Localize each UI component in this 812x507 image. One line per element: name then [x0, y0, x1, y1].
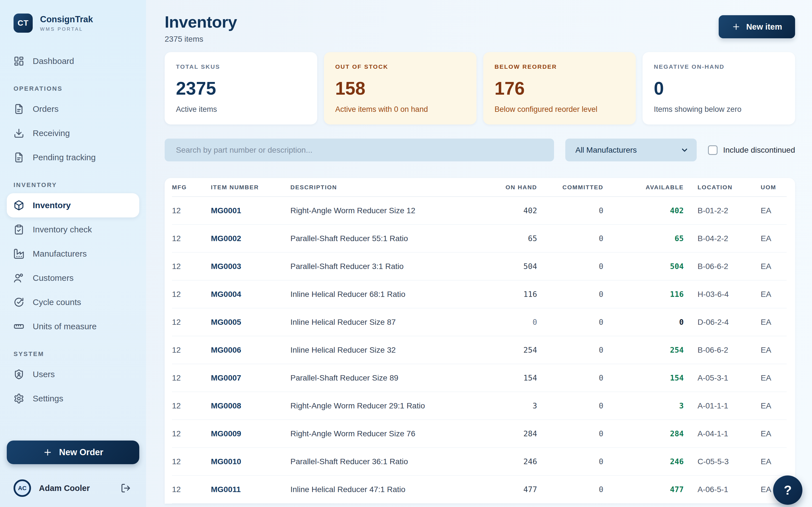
stat-description: Active items with 0 on hand	[335, 105, 465, 114]
stat-card-total-skus: TOTAL SKUS 2375 Active items	[165, 52, 317, 124]
sidebar-item-users[interactable]: Users	[0, 362, 146, 386]
stat-value: 2375	[176, 78, 306, 99]
cell-location: B-06-6-2	[684, 336, 761, 364]
stat-card-negative-on-hand: NEGATIVE ON-HAND 0 Items showing below z…	[643, 52, 795, 124]
cell-mfg: 12	[172, 308, 211, 336]
cell-location: D-06-2-4	[684, 308, 761, 336]
item-number-link[interactable]: MG0011	[211, 475, 290, 503]
item-number-link[interactable]: MG0004	[211, 280, 290, 308]
users-icon	[13, 273, 24, 283]
include-discontinued-checkbox[interactable]	[708, 145, 718, 155]
new-order-button[interactable]: New Order	[7, 441, 139, 464]
cell-location: H-03-6-4	[684, 280, 761, 308]
logout-icon	[121, 483, 131, 493]
sidebar-item-manufacturers[interactable]: Manufacturers	[0, 242, 146, 266]
shield-user-icon	[13, 369, 24, 380]
cell-mfg: 12	[172, 252, 211, 280]
cell-uom: EA	[761, 420, 786, 448]
table-row[interactable]: 12 MG0001 Right-Angle Worm Reducer Size …	[172, 196, 786, 224]
sidebar-item-inventory-check[interactable]: Inventory check	[0, 217, 146, 242]
refresh-check-icon	[13, 297, 24, 307]
cell-on-hand: 246	[432, 448, 537, 475]
stat-cards: TOTAL SKUS 2375 Active items OUT OF STOC…	[165, 52, 795, 124]
table-row[interactable]: 12 MG0002 Parallel-Shaft Reducer 55:1 Ra…	[172, 224, 786, 252]
page-header: Inventory 2375 items New item	[165, 12, 795, 44]
plus-icon	[732, 22, 741, 31]
sidebar-item-orders[interactable]: Orders	[0, 97, 146, 121]
app-subtitle: WMS PORTAL	[40, 26, 93, 32]
app-logo: CT	[13, 13, 33, 33]
table-row[interactable]: 12 MG0011 Inline Helical Reducer 47:1 Ra…	[172, 475, 786, 503]
col-on-hand: ON HAND	[432, 178, 537, 196]
cell-available: 0	[603, 308, 684, 336]
help-button[interactable]: ?	[773, 475, 802, 505]
col-available: AVAILABLE	[603, 178, 684, 196]
cell-committed: 0	[537, 280, 603, 308]
sidebar-item-label: Units of measure	[33, 322, 97, 331]
inventory-table: MFG ITEM NUMBER DESCRIPTION ON HAND COMM…	[172, 178, 786, 504]
table-row[interactable]: 12 MG0003 Parallel-Shaft Reducer 3:1 Rat…	[172, 252, 786, 280]
table-row[interactable]: 12 MG0005 Inline Helical Reducer Size 87…	[172, 308, 786, 336]
sidebar-item-settings[interactable]: Settings	[0, 386, 146, 411]
sidebar-item-receiving[interactable]: Receiving	[0, 121, 146, 145]
item-number-link[interactable]: MG0003	[211, 252, 290, 280]
file-text-icon	[13, 104, 24, 114]
item-number-link[interactable]: MG0005	[211, 308, 290, 336]
item-number-link[interactable]: MG0006	[211, 336, 290, 364]
sidebar-item-inventory[interactable]: Inventory	[7, 193, 139, 217]
stat-label: OUT OF STOCK	[335, 63, 465, 70]
item-number-link[interactable]: MG0007	[211, 364, 290, 392]
search-input[interactable]	[165, 138, 554, 161]
cell-available: 284	[603, 420, 684, 448]
cell-uom: EA	[761, 280, 786, 308]
include-discontinued-label[interactable]: Include discontinued	[723, 146, 795, 155]
cell-committed: 0	[537, 420, 603, 448]
table-row[interactable]: 12 MG0007 Parallel-Shaft Reducer Size 89…	[172, 364, 786, 392]
sidebar: CT ConsignTrak WMS PORTAL Dashboard OPER…	[0, 0, 146, 507]
cell-on-hand: 254	[432, 336, 537, 364]
cell-description: Right-Angle Worm Reducer Size 76	[290, 420, 432, 448]
item-number-link[interactable]: MG0010	[211, 448, 290, 475]
brand: CT ConsignTrak WMS PORTAL	[0, 0, 146, 33]
item-number-link[interactable]: MG0002	[211, 224, 290, 252]
sidebar-item-units-of-measure[interactable]: Units of measure	[0, 314, 146, 339]
table-row[interactable]: 12 MG0004 Inline Helical Reducer 68:1 Ra…	[172, 280, 786, 308]
stat-value: 158	[335, 78, 465, 99]
table-row[interactable]: 12 MG0009 Right-Angle Worm Reducer Size …	[172, 420, 786, 448]
cell-mfg: 12	[172, 196, 211, 224]
cell-description: Parallel-Shaft Reducer 36:1 Ratio	[290, 448, 432, 475]
cell-description: Inline Helical Reducer 68:1 Ratio	[290, 280, 432, 308]
table-row[interactable]: 12 MG0006 Inline Helical Reducer Size 32…	[172, 336, 786, 364]
inventory-table-card: MFG ITEM NUMBER DESCRIPTION ON HAND COMM…	[165, 178, 795, 504]
table-row[interactable]: 12 MG0008 Right-Angle Worm Reducer 29:1 …	[172, 392, 786, 420]
cell-committed: 0	[537, 336, 603, 364]
cell-mfg: 12	[172, 420, 211, 448]
cell-description: Right-Angle Worm Reducer 29:1 Ratio	[290, 392, 432, 420]
col-description: DESCRIPTION	[290, 178, 432, 196]
avatar-initials: AC	[18, 485, 27, 492]
sidebar-item-label: Settings	[33, 394, 63, 403]
stat-value: 0	[654, 78, 784, 99]
sidebar-item-label: Dashboard	[33, 56, 74, 66]
manufacturer-select[interactable]: All Manufacturers	[565, 138, 697, 161]
table-row[interactable]: 12 MG0010 Parallel-Shaft Reducer 36:1 Ra…	[172, 448, 786, 475]
cell-mfg: 12	[172, 364, 211, 392]
new-item-button[interactable]: New item	[719, 15, 795, 38]
item-number-link[interactable]: MG0009	[211, 420, 290, 448]
sidebar-item-dashboard[interactable]: Dashboard	[0, 49, 146, 73]
cell-location: B-04-2-2	[684, 224, 761, 252]
col-mfg: MFG	[172, 178, 211, 196]
sidebar-item-cycle-counts[interactable]: Cycle counts	[0, 290, 146, 314]
section-label-operations: OPERATIONS	[0, 85, 146, 93]
cell-description: Inline Helical Reducer Size 87	[290, 308, 432, 336]
cell-committed: 0	[537, 364, 603, 392]
sidebar-item-pending-tracking[interactable]: Pending tracking	[0, 145, 146, 170]
item-number-link[interactable]: MG0008	[211, 392, 290, 420]
cell-mfg: 12	[172, 475, 211, 503]
cell-mfg: 12	[172, 280, 211, 308]
sidebar-item-label: Manufacturers	[33, 249, 87, 259]
logout-button[interactable]	[119, 482, 133, 495]
cell-committed: 0	[537, 392, 603, 420]
sidebar-item-customers[interactable]: Customers	[0, 266, 146, 290]
item-number-link[interactable]: MG0001	[211, 196, 290, 224]
